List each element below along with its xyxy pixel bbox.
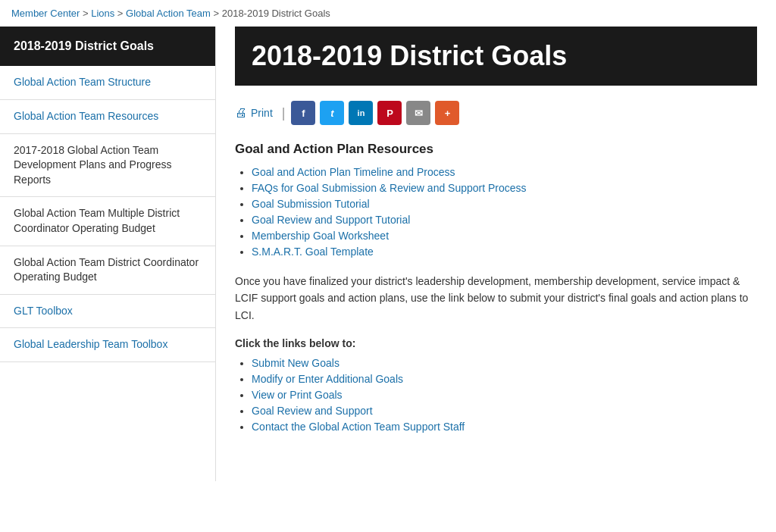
linkedin-icon: in — [358, 108, 365, 117]
sidebar-item-glt-toolbox[interactable]: GLT Toolbox — [0, 295, 215, 329]
breadcrumb-lions[interactable]: Lions — [91, 8, 114, 19]
sidebar-item-structure[interactable]: Global Action Team Structure — [0, 66, 215, 100]
resource-list: Goal and Action Plan Timeline and Proces… — [235, 166, 757, 258]
share-divider: | — [282, 105, 286, 121]
resource-link-2[interactable]: Goal Submission Tutorial — [252, 198, 370, 210]
sidebar: 2018-2019 District Goals Global Action T… — [0, 27, 216, 481]
resource-link-1[interactable]: FAQs for Goal Submission & Review and Su… — [252, 182, 527, 194]
resource-item-5: S.M.A.R.T. Goal Template — [252, 246, 757, 258]
resource-link-0[interactable]: Goal and Action Plan Timeline and Proces… — [252, 166, 455, 178]
sidebar-link-structure[interactable]: Global Action Team Structure — [14, 75, 202, 90]
action-link-2[interactable]: View or Print Goals — [252, 389, 343, 401]
action-link-4[interactable]: Contact the Global Action Team Support S… — [252, 421, 465, 433]
sidebar-item-dev-plans: 2017-2018 Global Action Team Development… — [0, 134, 215, 198]
sidebar-item-resources[interactable]: Global Action Team Resources — [0, 100, 215, 134]
facebook-icon: f — [302, 108, 305, 119]
sidebar-item-global-leadership[interactable]: Global Leadership Team Toolbox — [0, 328, 215, 362]
action-list: Submit New Goals Modify or Enter Additio… — [235, 357, 757, 433]
sidebar-link-resources[interactable]: Global Action Team Resources — [14, 109, 202, 124]
action-link-3[interactable]: Goal Review and Support — [252, 405, 373, 417]
sidebar-label-dev-plans: 2017-2018 Global Action Team Development… — [14, 144, 172, 186]
sidebar-label-district-coord: Global Action Team District Coordinator … — [14, 256, 199, 283]
share-bar: 🖨 Print | f t in P ✉ + — [235, 101, 757, 125]
print-button[interactable]: 🖨 Print — [235, 106, 273, 120]
twitter-button[interactable]: t — [320, 101, 344, 125]
action-item-3: Goal Review and Support — [252, 405, 757, 417]
action-item-4: Contact the Global Action Team Support S… — [252, 421, 757, 433]
resource-item-4: Membership Goal Worksheet — [252, 230, 757, 242]
resource-link-5[interactable]: S.M.A.R.T. Goal Template — [252, 246, 374, 258]
print-label: Print — [251, 107, 273, 119]
click-heading: Click the links below to: — [235, 337, 757, 349]
pinterest-icon: P — [386, 108, 393, 119]
breadcrumb-current: 2018-2019 District Goals — [222, 8, 330, 19]
email-icon: ✉ — [415, 108, 423, 119]
resource-item-2: Goal Submission Tutorial — [252, 198, 757, 210]
resource-link-4[interactable]: Membership Goal Worksheet — [252, 230, 389, 242]
more-icon: + — [445, 108, 451, 119]
resource-link-3[interactable]: Goal Review and Support Tutorial — [252, 214, 410, 226]
sidebar-title: 2018-2019 District Goals — [0, 27, 215, 66]
layout: 2018-2019 District Goals Global Action T… — [0, 27, 776, 481]
main-content: 2018-2019 District Goals 🖨 Print | f t i… — [216, 27, 776, 481]
page-title: 2018-2019 District Goals — [235, 27, 757, 86]
sidebar-link-global-leadership[interactable]: Global Leadership Team Toolbox — [14, 337, 202, 352]
breadcrumb-member-center[interactable]: Member Center — [11, 8, 80, 19]
sidebar-item-district-coord: Global Action Team District Coordinator … — [0, 246, 215, 295]
breadcrumb-sep-1: > — [83, 8, 91, 19]
action-item-0: Submit New Goals — [252, 357, 757, 369]
sidebar-item-multiple-district: Global Action Team Multiple District Coo… — [0, 197, 215, 246]
resource-item-1: FAQs for Goal Submission & Review and Su… — [252, 182, 757, 194]
sidebar-link-glt-toolbox[interactable]: GLT Toolbox — [14, 304, 202, 319]
breadcrumb-sep-3: > — [213, 8, 221, 19]
pinterest-button[interactable]: P — [377, 101, 402, 125]
linkedin-button[interactable]: in — [349, 101, 373, 125]
twitter-icon: t — [330, 108, 333, 119]
breadcrumb: Member Center > Lions > Global Action Te… — [0, 0, 776, 27]
breadcrumb-sep-2: > — [117, 8, 126, 19]
email-button[interactable]: ✉ — [406, 101, 430, 125]
facebook-button[interactable]: f — [291, 101, 315, 125]
print-icon: 🖨 — [235, 106, 247, 120]
sidebar-label-multiple-district: Global Action Team Multiple District Coo… — [14, 207, 180, 234]
breadcrumb-global-action-team[interactable]: Global Action Team — [126, 8, 211, 19]
resources-heading: Goal and Action Plan Resources — [235, 142, 757, 157]
resource-item-3: Goal Review and Support Tutorial — [252, 214, 757, 226]
action-item-2: View or Print Goals — [252, 389, 757, 401]
action-link-1[interactable]: Modify or Enter Additional Goals — [252, 373, 403, 385]
resource-item-0: Goal and Action Plan Timeline and Proces… — [252, 166, 757, 178]
action-link-0[interactable]: Submit New Goals — [252, 357, 340, 369]
body-text: Once you have finalized your district's … — [235, 273, 757, 324]
action-item-1: Modify or Enter Additional Goals — [252, 373, 757, 385]
more-button[interactable]: + — [435, 101, 459, 125]
